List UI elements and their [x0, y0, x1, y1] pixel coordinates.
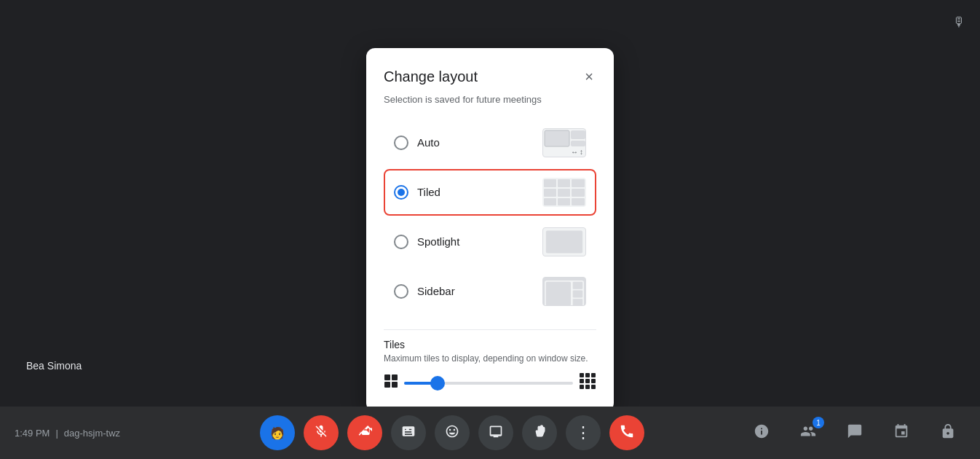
activities-button[interactable] [884, 415, 919, 450]
layout-sidebar-thumb [542, 277, 586, 306]
radio-tiled-inner [398, 189, 405, 196]
top-right-mic-icon: 🎙 [952, 15, 965, 30]
more-icon: ⋮ [575, 423, 591, 442]
layout-option-tiled-left: Tiled [394, 185, 440, 200]
toolbar-center: 🧑 [160, 415, 744, 450]
layout-tiled-label: Tiled [417, 186, 440, 198]
layout-option-auto[interactable]: Auto ↕ ↔ [384, 119, 596, 166]
toolbar-left: 1:49 PM | dag-hsjm-twz [15, 428, 160, 439]
svg-rect-25 [384, 382, 390, 388]
camera-button[interactable] [347, 415, 382, 450]
people-button[interactable]: 1 [791, 415, 826, 450]
chat-icon [847, 423, 863, 443]
svg-rect-10 [544, 189, 556, 197]
tiles-section: Tiles Maximum tiles to display, dependin… [384, 329, 596, 394]
svg-rect-13 [544, 198, 556, 205]
activities-icon [893, 423, 909, 443]
svg-rect-30 [580, 379, 584, 383]
svg-rect-32 [591, 379, 596, 383]
svg-rect-27 [580, 373, 584, 377]
svg-rect-19 [546, 281, 571, 305]
more-options-button[interactable]: ⋮ [566, 415, 601, 450]
avatar-button[interactable]: 🧑 [260, 415, 295, 450]
radio-tiled [394, 185, 408, 200]
lock-icon [940, 423, 956, 443]
captions-button[interactable] [391, 415, 426, 450]
camera-off-icon [357, 424, 372, 442]
mic-button[interactable] [304, 415, 339, 450]
svg-rect-23 [384, 374, 390, 380]
radio-auto [394, 136, 408, 150]
radio-sidebar [394, 284, 408, 299]
svg-rect-28 [585, 373, 590, 377]
svg-rect-12 [572, 189, 585, 197]
info-icon [754, 423, 770, 443]
layout-option-sidebar[interactable]: Sidebar [384, 268, 596, 315]
svg-rect-20 [573, 281, 583, 289]
svg-rect-2 [571, 130, 585, 139]
radio-spotlight [394, 235, 408, 249]
svg-rect-8 [558, 179, 570, 187]
layout-sidebar-label: Sidebar [417, 285, 455, 297]
layout-auto-thumb: ↕ ↔ [542, 128, 586, 157]
chat-button[interactable] [837, 415, 872, 450]
toolbar-right: 1 [744, 415, 965, 450]
svg-rect-29 [591, 373, 596, 377]
layout-tiled-thumb [542, 178, 586, 207]
modal-close-button[interactable]: × [582, 66, 596, 88]
svg-rect-17 [546, 230, 582, 253]
svg-text:↕: ↕ [580, 148, 583, 156]
svg-rect-21 [573, 290, 583, 297]
modal-header: Change layout × [384, 66, 596, 88]
layout-option-spotlight-left: Spotlight [394, 235, 459, 249]
tiles-large-icon [579, 372, 596, 394]
background: 🎙 Bea Simona 👋 😂 🎉 ❤️ 😮 😢 😠 🤔 Change lay… [0, 0, 980, 459]
change-layout-modal: Change layout × Selection is saved for f… [366, 48, 614, 412]
layout-spotlight-label: Spotlight [417, 235, 459, 248]
layout-option-spotlight[interactable]: Spotlight [384, 219, 596, 265]
emoji-button[interactable] [435, 415, 470, 450]
tiles-title: Tiles [384, 339, 596, 350]
tiles-slider-track [404, 382, 573, 385]
modal-subtitle: Selection is saved for future meetings [384, 94, 596, 105]
svg-rect-31 [585, 379, 590, 383]
toolbar: 1:49 PM | dag-hsjm-twz 🧑 [0, 407, 980, 459]
info-button[interactable] [744, 415, 779, 450]
svg-rect-15 [572, 198, 585, 205]
captions-icon [401, 424, 416, 442]
toolbar-meeting-code: dag-hsjm-twz [64, 428, 120, 439]
layout-options-list: Auto ↕ ↔ [384, 119, 596, 315]
layout-option-tiled[interactable]: Tiled [384, 169, 596, 216]
present-button[interactable] [478, 415, 513, 450]
present-icon [489, 424, 503, 442]
svg-rect-24 [392, 374, 398, 380]
tiles-subtitle: Maximum tiles to display, depending on w… [384, 353, 596, 364]
lock-button[interactable] [930, 415, 965, 450]
svg-rect-9 [572, 179, 585, 187]
modal-title: Change layout [384, 68, 478, 85]
end-call-icon [619, 423, 635, 443]
svg-rect-14 [558, 198, 570, 205]
svg-rect-11 [558, 189, 570, 197]
section-divider [384, 329, 596, 330]
layout-auto-label: Auto [417, 136, 440, 149]
raise-hand-icon [532, 424, 547, 442]
svg-rect-26 [392, 382, 398, 388]
svg-rect-1 [545, 130, 569, 146]
svg-rect-35 [591, 385, 596, 389]
svg-rect-22 [573, 299, 583, 305]
raise-hand-button[interactable] [522, 415, 557, 450]
svg-rect-7 [544, 179, 556, 187]
tiles-slider-thumb[interactable] [430, 376, 445, 391]
tiles-small-icon [384, 374, 398, 392]
emoji-button-icon [445, 424, 459, 442]
svg-rect-34 [585, 385, 590, 389]
tiles-slider-container[interactable] [404, 376, 573, 391]
svg-rect-3 [571, 141, 585, 146]
avatar-icon: 🧑 [270, 426, 285, 440]
layout-option-sidebar-left: Sidebar [394, 284, 455, 299]
svg-rect-33 [580, 385, 584, 389]
end-call-button[interactable] [609, 415, 644, 450]
tiles-slider-row [384, 372, 596, 394]
participant-name-label: Bea Simona [26, 360, 82, 372]
